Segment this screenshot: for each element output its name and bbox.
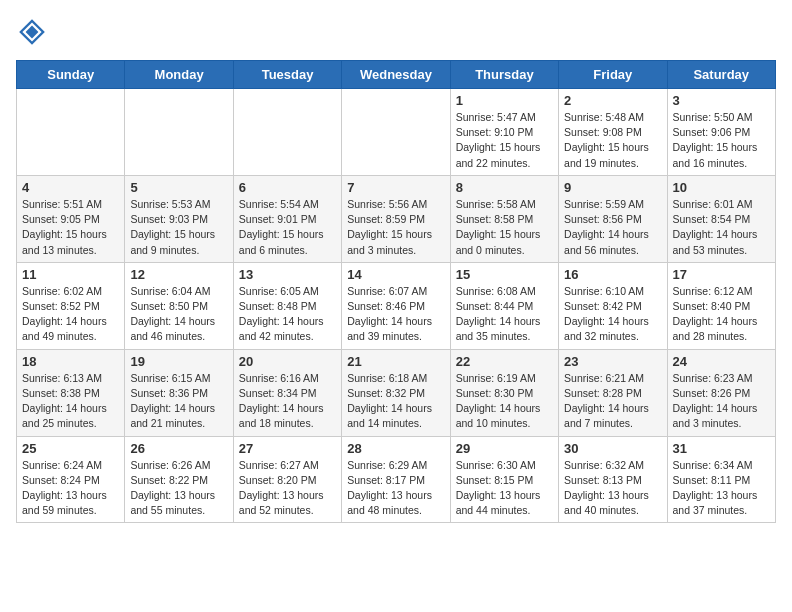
day-info: Sunrise: 6:12 AM Sunset: 8:40 PM Dayligh… — [673, 284, 770, 345]
calendar-cell: 11Sunrise: 6:02 AM Sunset: 8:52 PM Dayli… — [17, 262, 125, 349]
calendar-week-1: 4Sunrise: 5:51 AM Sunset: 9:05 PM Daylig… — [17, 175, 776, 262]
calendar-table: SundayMondayTuesdayWednesdayThursdayFrid… — [16, 60, 776, 523]
logo — [16, 16, 52, 48]
day-info: Sunrise: 6:21 AM Sunset: 8:28 PM Dayligh… — [564, 371, 661, 432]
day-number: 3 — [673, 93, 770, 108]
day-number: 9 — [564, 180, 661, 195]
day-info: Sunrise: 5:59 AM Sunset: 8:56 PM Dayligh… — [564, 197, 661, 258]
header — [16, 16, 776, 48]
day-number: 20 — [239, 354, 336, 369]
calendar-cell: 1Sunrise: 5:47 AM Sunset: 9:10 PM Daylig… — [450, 89, 558, 176]
day-info: Sunrise: 6:24 AM Sunset: 8:24 PM Dayligh… — [22, 458, 119, 519]
calendar-cell: 12Sunrise: 6:04 AM Sunset: 8:50 PM Dayli… — [125, 262, 233, 349]
day-number: 28 — [347, 441, 444, 456]
day-number: 18 — [22, 354, 119, 369]
calendar-cell: 24Sunrise: 6:23 AM Sunset: 8:26 PM Dayli… — [667, 349, 775, 436]
day-info: Sunrise: 6:19 AM Sunset: 8:30 PM Dayligh… — [456, 371, 553, 432]
weekday-header-wednesday: Wednesday — [342, 61, 450, 89]
day-info: Sunrise: 5:53 AM Sunset: 9:03 PM Dayligh… — [130, 197, 227, 258]
day-number: 12 — [130, 267, 227, 282]
day-number: 13 — [239, 267, 336, 282]
calendar-cell: 17Sunrise: 6:12 AM Sunset: 8:40 PM Dayli… — [667, 262, 775, 349]
calendar-cell — [125, 89, 233, 176]
day-info: Sunrise: 6:30 AM Sunset: 8:15 PM Dayligh… — [456, 458, 553, 519]
weekday-header-tuesday: Tuesday — [233, 61, 341, 89]
day-info: Sunrise: 6:10 AM Sunset: 8:42 PM Dayligh… — [564, 284, 661, 345]
calendar-cell: 2Sunrise: 5:48 AM Sunset: 9:08 PM Daylig… — [559, 89, 667, 176]
calendar-cell — [342, 89, 450, 176]
day-info: Sunrise: 6:13 AM Sunset: 8:38 PM Dayligh… — [22, 371, 119, 432]
calendar-cell: 6Sunrise: 5:54 AM Sunset: 9:01 PM Daylig… — [233, 175, 341, 262]
calendar-cell — [233, 89, 341, 176]
day-info: Sunrise: 6:23 AM Sunset: 8:26 PM Dayligh… — [673, 371, 770, 432]
day-info: Sunrise: 5:50 AM Sunset: 9:06 PM Dayligh… — [673, 110, 770, 171]
day-info: Sunrise: 6:32 AM Sunset: 8:13 PM Dayligh… — [564, 458, 661, 519]
day-info: Sunrise: 6:05 AM Sunset: 8:48 PM Dayligh… — [239, 284, 336, 345]
calendar-cell: 13Sunrise: 6:05 AM Sunset: 8:48 PM Dayli… — [233, 262, 341, 349]
day-number: 26 — [130, 441, 227, 456]
day-number: 4 — [22, 180, 119, 195]
day-number: 10 — [673, 180, 770, 195]
day-number: 21 — [347, 354, 444, 369]
weekday-header-monday: Monday — [125, 61, 233, 89]
day-info: Sunrise: 6:34 AM Sunset: 8:11 PM Dayligh… — [673, 458, 770, 519]
calendar-cell: 23Sunrise: 6:21 AM Sunset: 8:28 PM Dayli… — [559, 349, 667, 436]
calendar-week-3: 18Sunrise: 6:13 AM Sunset: 8:38 PM Dayli… — [17, 349, 776, 436]
calendar-cell — [17, 89, 125, 176]
day-info: Sunrise: 6:29 AM Sunset: 8:17 PM Dayligh… — [347, 458, 444, 519]
day-info: Sunrise: 6:18 AM Sunset: 8:32 PM Dayligh… — [347, 371, 444, 432]
day-info: Sunrise: 6:16 AM Sunset: 8:34 PM Dayligh… — [239, 371, 336, 432]
calendar-cell: 22Sunrise: 6:19 AM Sunset: 8:30 PM Dayli… — [450, 349, 558, 436]
day-info: Sunrise: 6:08 AM Sunset: 8:44 PM Dayligh… — [456, 284, 553, 345]
day-info: Sunrise: 6:04 AM Sunset: 8:50 PM Dayligh… — [130, 284, 227, 345]
day-number: 25 — [22, 441, 119, 456]
day-number: 6 — [239, 180, 336, 195]
weekday-header-row: SundayMondayTuesdayWednesdayThursdayFrid… — [17, 61, 776, 89]
calendar-week-0: 1Sunrise: 5:47 AM Sunset: 9:10 PM Daylig… — [17, 89, 776, 176]
day-info: Sunrise: 5:58 AM Sunset: 8:58 PM Dayligh… — [456, 197, 553, 258]
day-number: 11 — [22, 267, 119, 282]
day-number: 31 — [673, 441, 770, 456]
calendar-cell: 7Sunrise: 5:56 AM Sunset: 8:59 PM Daylig… — [342, 175, 450, 262]
day-number: 1 — [456, 93, 553, 108]
calendar-cell: 31Sunrise: 6:34 AM Sunset: 8:11 PM Dayli… — [667, 436, 775, 523]
calendar-cell: 8Sunrise: 5:58 AM Sunset: 8:58 PM Daylig… — [450, 175, 558, 262]
calendar-week-4: 25Sunrise: 6:24 AM Sunset: 8:24 PM Dayli… — [17, 436, 776, 523]
day-info: Sunrise: 5:51 AM Sunset: 9:05 PM Dayligh… — [22, 197, 119, 258]
calendar-cell: 10Sunrise: 6:01 AM Sunset: 8:54 PM Dayli… — [667, 175, 775, 262]
day-number: 2 — [564, 93, 661, 108]
day-info: Sunrise: 5:56 AM Sunset: 8:59 PM Dayligh… — [347, 197, 444, 258]
day-info: Sunrise: 6:26 AM Sunset: 8:22 PM Dayligh… — [130, 458, 227, 519]
day-number: 27 — [239, 441, 336, 456]
day-number: 24 — [673, 354, 770, 369]
day-number: 15 — [456, 267, 553, 282]
day-number: 19 — [130, 354, 227, 369]
calendar-cell: 9Sunrise: 5:59 AM Sunset: 8:56 PM Daylig… — [559, 175, 667, 262]
calendar-cell: 16Sunrise: 6:10 AM Sunset: 8:42 PM Dayli… — [559, 262, 667, 349]
day-number: 22 — [456, 354, 553, 369]
calendar-cell: 15Sunrise: 6:08 AM Sunset: 8:44 PM Dayli… — [450, 262, 558, 349]
calendar-week-2: 11Sunrise: 6:02 AM Sunset: 8:52 PM Dayli… — [17, 262, 776, 349]
day-info: Sunrise: 6:27 AM Sunset: 8:20 PM Dayligh… — [239, 458, 336, 519]
day-info: Sunrise: 6:02 AM Sunset: 8:52 PM Dayligh… — [22, 284, 119, 345]
day-number: 5 — [130, 180, 227, 195]
day-number: 17 — [673, 267, 770, 282]
day-info: Sunrise: 6:07 AM Sunset: 8:46 PM Dayligh… — [347, 284, 444, 345]
calendar-cell: 26Sunrise: 6:26 AM Sunset: 8:22 PM Dayli… — [125, 436, 233, 523]
calendar-cell: 18Sunrise: 6:13 AM Sunset: 8:38 PM Dayli… — [17, 349, 125, 436]
calendar-cell: 5Sunrise: 5:53 AM Sunset: 9:03 PM Daylig… — [125, 175, 233, 262]
day-number: 8 — [456, 180, 553, 195]
calendar-cell: 4Sunrise: 5:51 AM Sunset: 9:05 PM Daylig… — [17, 175, 125, 262]
calendar-cell: 27Sunrise: 6:27 AM Sunset: 8:20 PM Dayli… — [233, 436, 341, 523]
calendar-cell: 19Sunrise: 6:15 AM Sunset: 8:36 PM Dayli… — [125, 349, 233, 436]
day-info: Sunrise: 5:54 AM Sunset: 9:01 PM Dayligh… — [239, 197, 336, 258]
calendar-cell: 14Sunrise: 6:07 AM Sunset: 8:46 PM Dayli… — [342, 262, 450, 349]
day-number: 14 — [347, 267, 444, 282]
calendar-cell: 30Sunrise: 6:32 AM Sunset: 8:13 PM Dayli… — [559, 436, 667, 523]
day-number: 23 — [564, 354, 661, 369]
weekday-header-sunday: Sunday — [17, 61, 125, 89]
weekday-header-thursday: Thursday — [450, 61, 558, 89]
day-info: Sunrise: 5:48 AM Sunset: 9:08 PM Dayligh… — [564, 110, 661, 171]
calendar-cell: 28Sunrise: 6:29 AM Sunset: 8:17 PM Dayli… — [342, 436, 450, 523]
day-number: 29 — [456, 441, 553, 456]
